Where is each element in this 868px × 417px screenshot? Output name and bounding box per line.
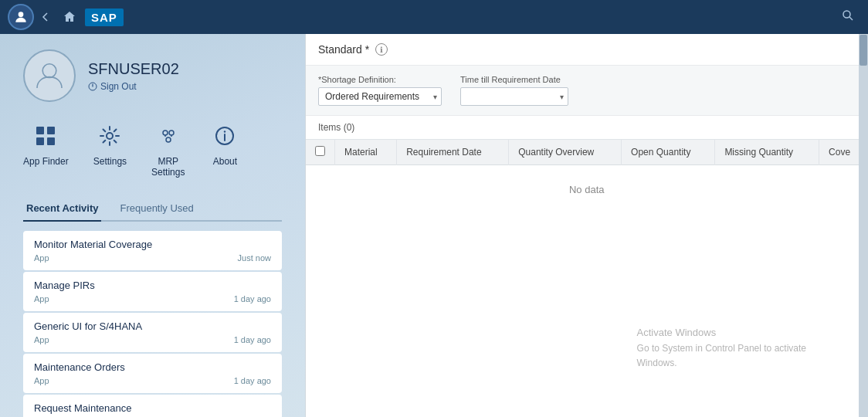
shortage-definition-group: *Shortage Definition: Ordered Requiremen… [318,75,442,106]
no-data-cell: No data [306,165,868,215]
app-finder-label: App Finder [23,156,69,167]
back-button[interactable] [34,8,57,25]
svg-point-9 [163,131,168,135]
right-scrollbar[interactable] [859,34,868,417]
col-open-quantity: Open Quantity [622,140,715,165]
activity-meta: App 1 day ago [34,335,271,344]
sign-out-icon [88,82,97,91]
user-info: SFNUSER02 Sign Out [88,60,179,92]
no-data-row: No data [306,165,868,215]
data-table: Material Requirement Date Quantity Overv… [306,140,868,214]
sign-out-button[interactable]: Sign Out [88,81,137,92]
about-label: About [213,156,237,167]
search-button[interactable] [836,6,860,28]
shortage-definition-select-wrapper: Ordered Requirements [318,87,442,106]
main-container: SFNUSER02 Sign Out [0,34,868,417]
quick-actions: App Finder Settings [23,120,282,178]
time-requirement-select[interactable] [460,87,568,106]
user-avatar-circle [23,49,76,102]
svg-point-13 [224,131,225,132]
table-section: Items (0) Material Requirement Date Quan… [306,116,868,417]
svg-point-11 [166,137,171,142]
content-card: Standard * ℹ *Shortage Definition: Order… [305,34,868,417]
svg-point-0 [19,12,24,17]
activity-meta: App 1 day ago [34,294,271,303]
svg-rect-7 [47,137,55,145]
search-icon [842,9,854,22]
list-item[interactable]: Generic UI for S/4HANA App 1 day ago [23,313,282,352]
settings-icon [94,120,125,151]
activity-meta: App Just now [34,253,271,263]
list-item[interactable]: Monitor Material Coverage App Just now [23,231,282,270]
activity-title: Manage PIRs [34,280,271,291]
left-panel: SFNUSER02 Sign Out [0,34,305,417]
list-item[interactable]: Request Maintenance App 1 day ago [23,395,282,417]
activity-time: 1 day ago [234,335,271,344]
sap-logo: SAP [85,8,124,26]
col-missing-quantity: Missing Quantity [715,140,819,165]
about-button[interactable]: About [209,120,240,178]
activity-meta: App 1 day ago [34,376,271,385]
mrp-settings-label: MRPSettings [151,156,185,178]
svg-point-2 [42,64,56,78]
time-requirement-group: Time till Requirement Date [460,75,568,106]
form-section: *Shortage Definition: Ordered Requiremen… [306,66,868,116]
col-requirement-date: Requirement Date [397,140,509,165]
activity-type: App [34,376,49,385]
list-item[interactable]: Manage PIRs App 1 day ago [23,272,282,311]
app-finder-button[interactable]: App Finder [23,120,69,178]
activity-type: App [34,253,49,263]
time-requirement-label: Time till Requirement Date [460,75,568,84]
select-all-checkbox[interactable] [315,146,325,156]
activity-title: Maintenance Orders [34,361,271,373]
user-avatar-button[interactable] [8,4,34,30]
svg-point-8 [107,133,113,139]
user-profile: SFNUSER02 Sign Out [23,49,282,102]
activity-time: 1 day ago [234,376,271,385]
svg-rect-5 [47,127,55,134]
activity-title: Request Maintenance [34,402,271,414]
activity-time: Just now [238,253,271,263]
scrollbar-thumb [860,35,867,66]
card-header: Standard * ℹ [306,34,868,66]
activity-time: 1 day ago [234,294,271,303]
col-material: Material [335,140,397,165]
table-header-row: Material Requirement Date Quantity Overv… [306,140,868,165]
svg-point-10 [169,131,174,135]
right-panel: Standard * ℹ *Shortage Definition: Order… [305,34,868,417]
activity-type: App [34,335,49,344]
activity-title: Generic UI for S/4HANA [34,320,271,332]
list-item[interactable]: Maintenance Orders App 1 day ago [23,354,282,393]
settings-button[interactable]: Settings [93,120,127,178]
items-header: Items (0) [306,116,868,140]
svg-rect-4 [36,127,44,134]
app-finder-icon [30,120,61,151]
activity-title: Monitor Material Coverage [34,239,271,250]
svg-point-1 [843,11,850,18]
tabs-container: Recent Activity Frequently Used [23,196,282,222]
settings-label: Settings [93,156,127,167]
svg-rect-6 [36,137,44,145]
user-icon [13,9,29,25]
header-bar: SAP [0,0,868,34]
mrp-settings-icon [153,120,184,151]
mrp-settings-button[interactable]: MRPSettings [151,120,185,178]
shortage-definition-select[interactable]: Ordered Requirements [318,87,442,106]
tab-recent-activity[interactable]: Recent Activity [23,196,101,222]
back-icon [40,12,51,22]
time-requirement-select-wrapper [460,87,568,106]
activity-list: Monitor Material Coverage App Just now M… [23,231,282,417]
shortage-definition-label: *Shortage Definition: [318,75,442,84]
home-button[interactable] [57,8,82,26]
activity-type: App [34,294,49,303]
profile-icon [34,60,65,91]
home-icon [63,11,76,23]
col-checkbox [306,140,335,165]
tab-frequently-used[interactable]: Frequently Used [117,196,196,222]
username: SFNUSER02 [88,60,179,78]
info-icon[interactable]: ℹ [375,43,388,56]
about-icon [209,120,240,151]
card-title: Standard * [318,43,369,56]
col-quantity-overview: Quantity Overview [509,140,622,165]
